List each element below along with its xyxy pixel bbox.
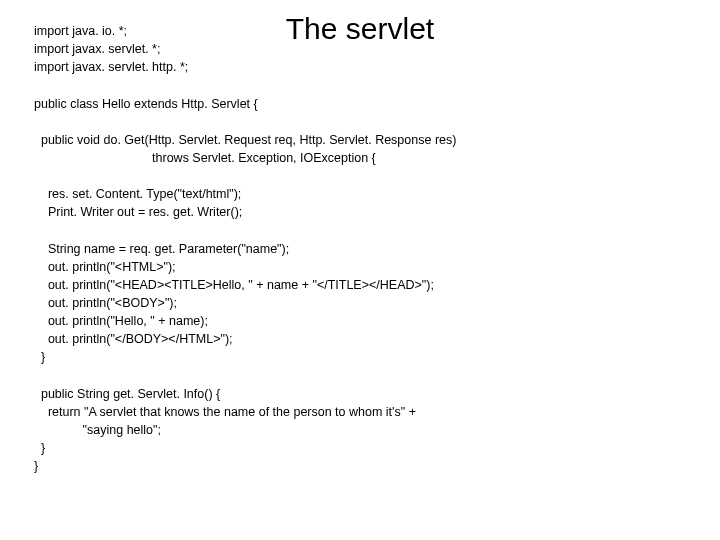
code-line: out. println("<BODY>"); [34, 296, 177, 310]
code-line: "saying hello"; [34, 423, 161, 437]
code-line: throws Servlet. Exception, IOException { [34, 151, 376, 165]
code-line: public class Hello extends Http. Servlet… [34, 97, 258, 111]
code-line: return "A servlet that knows the name of… [34, 405, 416, 419]
code-line: String name = req. get. Parameter("name"… [34, 242, 289, 256]
code-line: public void do. Get(Http. Servlet. Reque… [34, 133, 456, 147]
code-line: import javax. servlet. *; [34, 42, 160, 56]
code-line: out. println("<HEAD><TITLE>Hello, " + na… [34, 278, 434, 292]
code-line: out. println("Hello, " + name); [34, 314, 208, 328]
code-line: } [34, 350, 45, 364]
code-line: import javax. servlet. http. *; [34, 60, 188, 74]
code-line: out. println("<HTML>"); [34, 260, 176, 274]
code-line: res. set. Content. Type("text/html"); [34, 187, 241, 201]
code-line: import java. io. *; [34, 24, 127, 38]
code-line: Print. Writer out = res. get. Writer(); [34, 205, 242, 219]
code-listing: import java. io. *; import javax. servle… [34, 22, 686, 475]
code-line: out. println("</BODY></HTML>"); [34, 332, 233, 346]
code-line: } [34, 441, 45, 455]
code-line: public String get. Servlet. Info() { [34, 387, 220, 401]
code-line: } [34, 459, 38, 473]
